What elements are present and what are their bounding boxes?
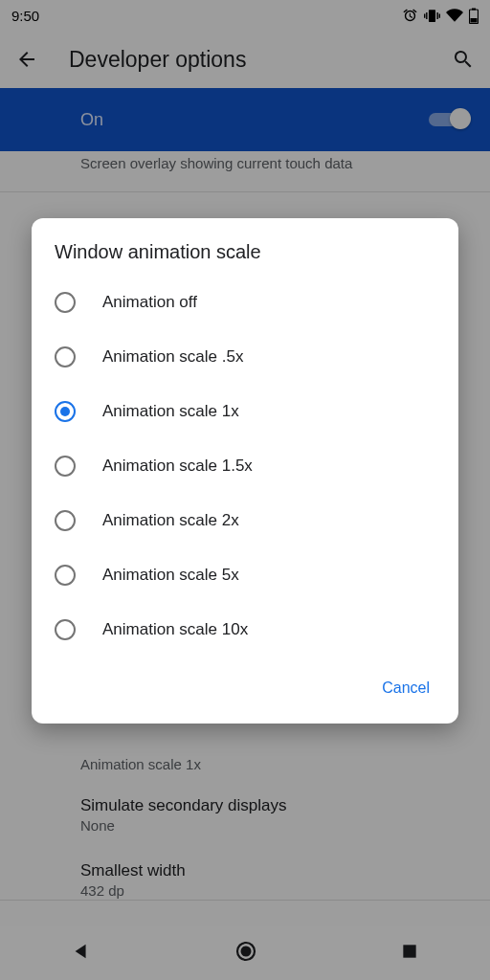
cancel-button[interactable]: Cancel — [372, 672, 439, 704]
radio-label: Animation scale 2x — [102, 511, 239, 530]
radio-button[interactable] — [55, 346, 76, 368]
radio-label: Animation scale 10x — [102, 620, 248, 639]
radio-option[interactable]: Animation off — [32, 275, 458, 329]
radio-option[interactable]: Animation scale 2x — [32, 493, 458, 547]
radio-label: Animation scale .5x — [102, 347, 243, 367]
radio-button[interactable] — [55, 510, 76, 531]
radio-button[interactable] — [55, 292, 76, 313]
radio-label: Animation scale 1x — [102, 402, 239, 421]
radio-label: Animation scale 5x — [102, 566, 239, 585]
radio-option[interactable]: Animation scale .5x — [32, 329, 458, 384]
animation-scale-dialog: Window animation scale Animation offAnim… — [32, 218, 458, 724]
radio-button[interactable] — [55, 565, 76, 586]
radio-option[interactable]: Animation scale 1.5x — [32, 438, 458, 493]
radio-button[interactable] — [55, 619, 76, 640]
radio-option[interactable]: Animation scale 10x — [32, 602, 458, 657]
dialog-title: Window animation scale — [32, 241, 458, 275]
radio-group: Animation offAnimation scale .5xAnimatio… — [32, 275, 458, 657]
radio-label: Animation off — [102, 293, 197, 312]
dialog-actions: Cancel — [32, 657, 458, 716]
radio-button[interactable] — [55, 401, 76, 422]
radio-label: Animation scale 1.5x — [102, 457, 253, 476]
radio-option[interactable]: Animation scale 1x — [32, 384, 458, 438]
radio-button[interactable] — [55, 456, 76, 477]
screen: 9:50 Developer options On Screen overlay… — [0, 0, 490, 980]
radio-option[interactable]: Animation scale 5x — [32, 547, 458, 602]
